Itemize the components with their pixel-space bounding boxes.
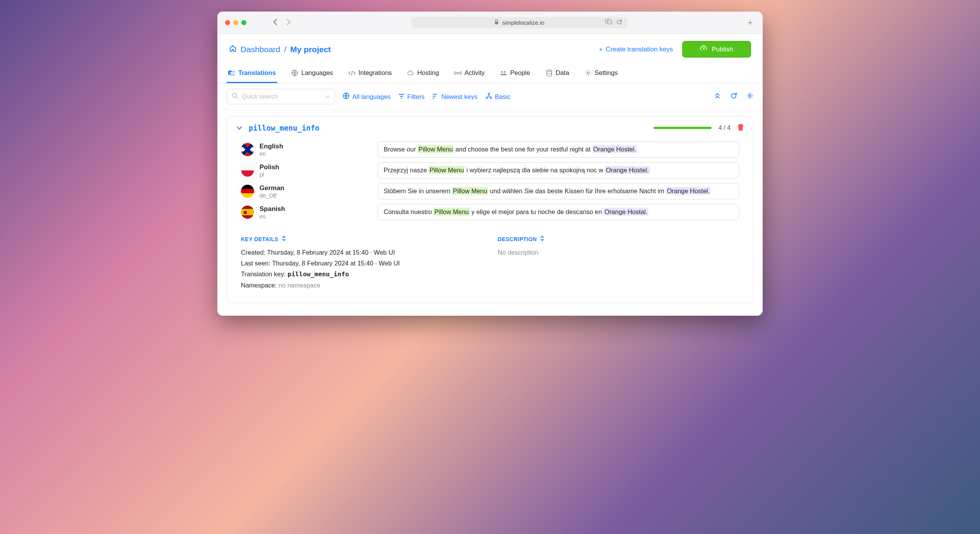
expand-chevron-icon[interactable] [236,124,242,131]
translations-grid: EnglishenBrowse our Pillow Menu and choo… [236,141,744,220]
gear-icon [585,70,592,77]
forward-button[interactable] [286,19,291,27]
tab-people[interactable]: People [499,65,531,83]
lang-name: Polish [260,163,279,171]
cloud-icon [407,70,414,77]
plus-icon: + [599,46,603,53]
translate-icon: AZ [228,70,235,77]
breadcrumb: Dashboard / My project [229,44,331,54]
toolbar-right-actions [714,92,753,101]
language-cell: Spanishes [241,205,369,219]
key-card: pillow_menu_info 4 / 4 EnglishenBrowse o… [227,116,753,303]
description-heading[interactable]: DESCRIPTION [498,236,739,242]
progress-text: 4 / 4 [719,124,731,131]
collapse-all-icon[interactable] [714,92,721,101]
basic-view-button[interactable]: Basic [485,93,510,100]
tab-data[interactable]: Data [544,65,571,83]
lock-icon [494,19,499,26]
minimize-window-button[interactable] [233,20,238,25]
lang-code: de_DE [260,192,284,199]
svg-point-20 [749,95,751,97]
create-keys-link[interactable]: + Create translation keys [599,46,673,53]
flag-icon [241,206,254,219]
back-button[interactable] [273,19,278,27]
created-line: Created: Thursday, 8 February 2024 at 15… [241,247,482,258]
filters-button[interactable]: Filters [398,93,425,100]
search-input[interactable] [227,89,335,104]
tab-integrations[interactable]: Integrations [347,65,393,83]
svg-point-13 [547,70,551,71]
url-bar[interactable]: simplelocalize.io A文 [411,17,628,28]
lang-info: Polishpl [260,163,279,178]
key-header-right: 4 / 4 [654,124,744,132]
svg-rect-0 [495,22,498,24]
tab-languages[interactable]: Languages [290,65,335,83]
flag-icon [241,143,254,156]
key-details-column: KEY DETAILS Created: Thursday, 8 Februar… [241,236,482,291]
lang-code: es [260,213,285,219]
new-tab-button[interactable]: + [748,18,753,28]
svg-text:文: 文 [609,21,612,24]
database-icon [546,70,553,77]
tab-hosting[interactable]: Hosting [406,65,440,83]
home-icon[interactable] [229,44,237,54]
lang-info: Spanishes [260,205,285,219]
translation-input[interactable]: Stöbern Sie in unserem Pillow Menu und w… [378,183,739,199]
main-tabs: AZTranslationsLanguagesIntegrationsHosti… [217,65,763,83]
key-details-heading[interactable]: KEY DETAILS [241,236,482,242]
cloud-upload-icon [700,45,708,53]
svg-point-15 [232,93,237,97]
svg-point-10 [458,72,459,73]
maximize-window-button[interactable] [241,20,246,25]
svg-text:A: A [229,71,231,74]
flag-icon [241,164,254,177]
svg-point-12 [504,71,506,73]
description-empty: No description [498,247,739,258]
namespace-line: Namespace: no namespace [241,280,482,291]
sort-toggle-icon [540,236,545,242]
toolbar: All languages Filters Newest keys Basic [217,83,763,110]
close-window-button[interactable] [225,20,230,25]
browser-window: simplelocalize.io A文 + Dashboard / My pr… [217,12,763,316]
delete-key-button[interactable] [738,124,744,132]
publish-button[interactable]: Publish [682,41,751,58]
window-controls [225,20,246,25]
svg-text:A: A [606,20,608,22]
details-section: KEY DETAILS Created: Thursday, 8 Februar… [236,236,744,291]
refresh-icon[interactable] [730,92,737,101]
lang-info: Englishen [260,143,283,157]
content-area: pillow_menu_info 4 / 4 EnglishenBrowse o… [217,110,763,316]
sort-newest-button[interactable]: Newest keys [432,93,478,100]
tab-translations[interactable]: AZTranslations [227,65,277,83]
translation-input[interactable]: Consulta nuestro Pillow Menu y elige el … [378,204,739,220]
progress-bar [654,127,712,129]
translation-input[interactable]: Przejrzyj nasze Pillow Menu i wybierz na… [378,162,739,179]
nav-arrows [273,19,291,27]
breadcrumb-separator: / [284,45,287,54]
svg-point-14 [587,72,589,74]
tab-settings[interactable]: Settings [583,65,620,83]
people-icon [500,70,507,77]
lastseen-line: Last seen: Thursday, 8 February 2024 at … [241,258,482,269]
svg-point-11 [501,71,503,73]
lang-name: German [260,184,284,192]
search-input-field[interactable] [242,93,322,100]
url-text: simplelocalize.io [502,19,544,26]
breadcrumb-home-link[interactable]: Dashboard [241,45,280,54]
all-languages-filter[interactable]: All languages [343,92,391,101]
translate-page-icon[interactable]: A文 [605,19,612,26]
language-cell: Polishpl [241,163,369,178]
globe-icon [291,70,298,77]
svg-text:Z: Z [232,72,234,75]
flag-icon [241,185,254,198]
sort-icon [432,93,439,100]
header-actions: + Create translation keys Publish [599,41,751,58]
translation-input[interactable]: Browse our Pillow Menu and choose the be… [378,141,739,158]
translation-key-name[interactable]: pillow_menu_info [249,124,319,132]
globe-icon [343,92,350,101]
reload-icon[interactable] [616,19,622,26]
settings-gear-icon[interactable] [746,92,753,101]
hierarchy-icon [485,93,492,100]
lang-name: Spanish [260,205,285,213]
tab-activity[interactable]: Activity [453,65,486,83]
